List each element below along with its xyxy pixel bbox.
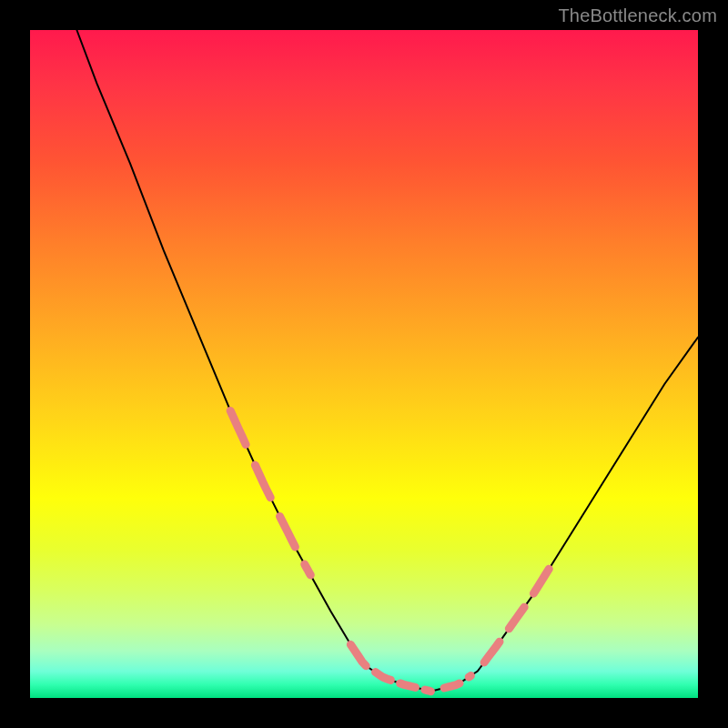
highlight-dash — [444, 683, 460, 688]
highlight-dash — [255, 465, 270, 498]
curve-layer — [30, 30, 698, 698]
highlight-dash — [425, 690, 431, 692]
highlight-dash — [230, 410, 246, 444]
highlight-dash — [484, 642, 500, 662]
highlight-dash — [350, 644, 366, 666]
highlight-dashes — [230, 410, 549, 691]
highlight-dash — [469, 676, 470, 678]
watermark-text: TheBottleneck.com — [558, 5, 717, 26]
highlight-dash — [376, 672, 391, 681]
chart-stage: TheBottleneck.com — [0, 0, 728, 728]
bottleneck-curve — [76, 30, 698, 692]
highlight-dash — [280, 516, 296, 547]
highlight-dash — [509, 607, 524, 629]
highlight-dash — [305, 564, 311, 575]
highlight-dash — [533, 569, 549, 593]
plot-area — [30, 30, 698, 698]
highlight-dash — [400, 683, 416, 688]
